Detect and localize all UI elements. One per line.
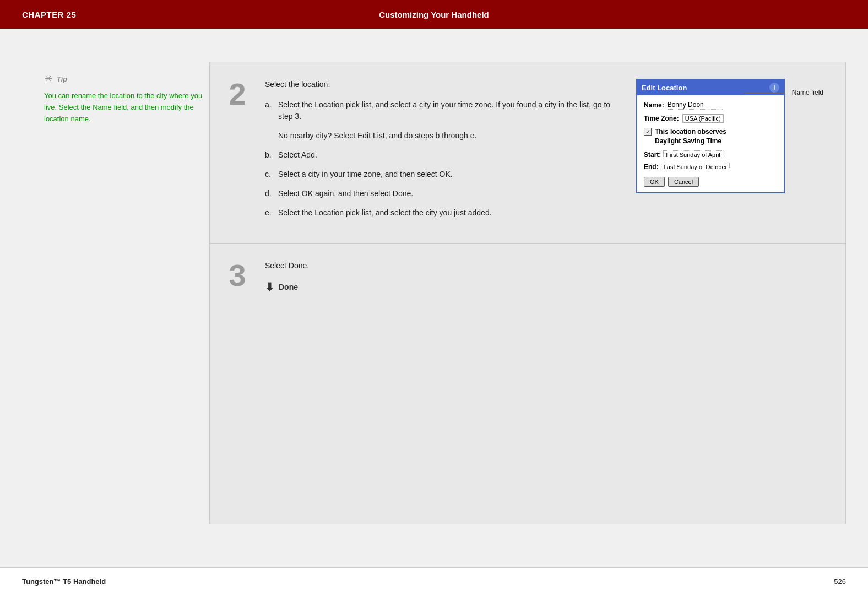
dialog-end-value[interactable]: Last Sunday of October: [661, 163, 730, 171]
step-2-list: a. Select the Location pick list, and se…: [265, 99, 614, 219]
dialog-checkbox-text: This location observes Daylight Saving T…: [655, 127, 726, 146]
dialog-name-value[interactable]: Bonny Doon: [668, 101, 723, 110]
step-3-number: 3: [229, 260, 246, 294]
list-item-b: b. Select Add.: [265, 149, 614, 161]
dialog-timezone-value[interactable]: USA (Pacific): [682, 114, 724, 123]
dialog-start-row: Start: First Sunday of April: [644, 150, 777, 159]
step-2: 2 Select the location: a. Select the Loc…: [210, 62, 845, 244]
tip-label: Tip: [57, 75, 67, 83]
list-item-e-text: Select the Location pick list, and selec…: [278, 208, 492, 217]
list-item-b-text: Select Add.: [278, 150, 317, 159]
dialog-start-value[interactable]: First Sunday of April: [663, 150, 723, 159]
dialog-buttons: OK Cancel: [644, 177, 777, 187]
list-item-a-text: Select the Location pick list, and selec…: [278, 100, 610, 121]
step-2-intro: Select the location:: [265, 79, 614, 90]
footer-product: Tungsten™ T5 Handheld: [22, 577, 106, 586]
annotation-text: Name field: [792, 89, 823, 96]
no-nearby-text: No nearby city? Select Edit List, and do…: [278, 131, 476, 140]
daylight-checkbox[interactable]: ✓: [644, 128, 652, 136]
page-header: CHAPTER 25 Customizing Your Handheld: [0, 0, 868, 29]
tip-star-icon: ✳: [44, 73, 52, 85]
footer-page: 526: [834, 577, 846, 586]
annotation-line: [744, 93, 788, 93]
step-2-content: Select the location: a. Select the Locat…: [265, 79, 823, 226]
dialog-timezone-label: Time Zone:: [644, 115, 679, 122]
tip-block: ✳ Tip You can rename the location to the…: [44, 73, 209, 125]
dialog-title: Edit Location: [642, 84, 687, 92]
step-3-text: Select Done. ⬇ Done: [265, 260, 823, 294]
step-2-number: 2: [229, 79, 246, 226]
list-item-no-nearby: No nearby city? Select Edit List, and do…: [265, 130, 614, 142]
checkbox-check: ✓: [645, 128, 650, 136]
cancel-button[interactable]: Cancel: [668, 177, 699, 187]
done-arrow-icon: ⬇: [265, 280, 274, 294]
page-footer: Tungsten™ T5 Handheld 526: [0, 567, 868, 595]
step-3-intro: Select Done.: [265, 260, 823, 272]
page-content: ✳ Tip You can rename the location to the…: [0, 29, 868, 547]
tip-header: ✳ Tip: [44, 73, 209, 85]
list-item-e: e. Select the Location pick list, and se…: [265, 207, 614, 219]
list-item-d: d. Select OK again, and then select Done…: [265, 188, 614, 199]
step-2-number-col: 2: [210, 79, 265, 226]
step-2-text: Select the location: a. Select the Locat…: [265, 79, 614, 226]
name-field-annotation: Name field: [744, 89, 823, 96]
dialog-end-row: End: Last Sunday of October: [644, 163, 777, 171]
list-label-d: d.: [265, 188, 272, 199]
sidebar: ✳ Tip You can rename the location to the…: [44, 62, 209, 524]
list-label-e: e.: [265, 207, 272, 219]
list-label-a: a.: [265, 99, 272, 111]
list-item-c-text: Select a city in your time zone, and the…: [278, 170, 453, 178]
list-label-b: b.: [265, 149, 272, 161]
dialog-name-label: Name:: [644, 101, 664, 109]
steps-container: 2 Select the location: a. Select the Loc…: [209, 62, 846, 524]
page-title: Customizing Your Handheld: [228, 10, 640, 19]
dialog-timezone-row: Time Zone: USA (Pacific): [644, 114, 777, 123]
list-item: a. Select the Location pick list, and se…: [265, 99, 614, 122]
tip-text: You can rename the location to the city …: [44, 90, 209, 125]
dialog-start-label: Start:: [644, 151, 661, 159]
list-item-c: c. Select a city in your time zone, and …: [265, 169, 614, 180]
step-3: 3 Select Done. ⬇ Done: [210, 244, 845, 310]
dialog-checkbox-row: ✓ This location observes Daylight Saving…: [644, 127, 777, 146]
list-item-d-text: Select OK again, and then select Done.: [278, 189, 413, 198]
ok-button[interactable]: OK: [644, 177, 665, 187]
done-label: Done: [279, 283, 298, 291]
step-3-number-col: 3: [210, 260, 265, 294]
dialog-name-row: Name: Bonny Doon: [644, 101, 777, 110]
dialog-end-label: End:: [644, 163, 659, 171]
dialog-body: Name: Bonny Doon Time Zone: USA (Pacific…: [637, 95, 784, 192]
chapter-label: CHAPTER 25: [22, 10, 228, 19]
device-area: Name field Edit Location i: [636, 79, 823, 226]
list-label-c: c.: [265, 169, 271, 180]
step-3-content: Select Done. ⬇ Done: [265, 260, 823, 294]
done-section: ⬇ Done: [265, 280, 823, 294]
